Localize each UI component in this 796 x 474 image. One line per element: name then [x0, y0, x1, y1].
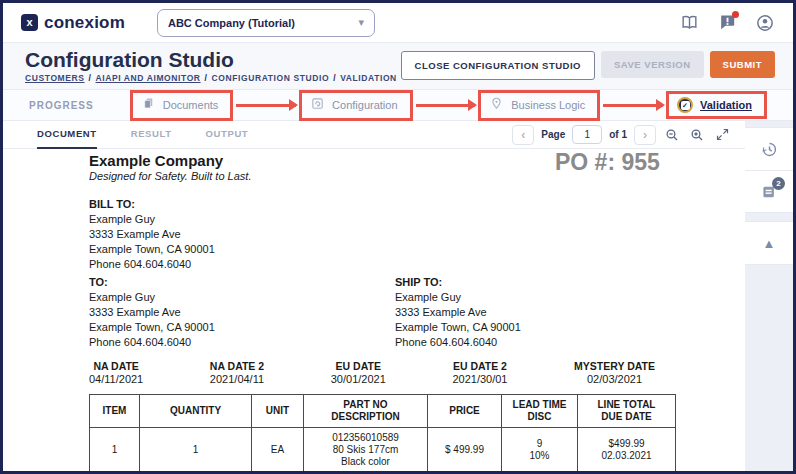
rail-card-bottom: ▲: [745, 221, 793, 265]
col-lead-time-disc: LEAD TIME DISC: [502, 395, 578, 428]
breadcrumb-separator: /: [205, 73, 208, 83]
breadcrumb-separator: /: [333, 73, 336, 83]
chevron-left-icon: ‹: [521, 128, 525, 142]
close-configuration-studio-button[interactable]: CLOSE CONFIGURATION STUDIO: [401, 51, 595, 80]
doc-date-value: 30/01/2021: [331, 373, 386, 386]
rail-card-top: 2: [745, 127, 793, 213]
progress-label: PROGRESS: [29, 100, 94, 111]
cell-line-total-due-date: $499.99 02.03.2021: [578, 428, 676, 472]
conexiom-logo: x conexiom: [21, 13, 125, 33]
doc-date-value: 2021/04/11: [210, 373, 264, 386]
doc-line-items-table: ITEM QUANTITY UNIT PART NO DESCRIPTION P…: [89, 394, 676, 471]
tab-output[interactable]: OUTPUT: [206, 121, 249, 149]
doc-ship-to-label: SHIP TO:: [395, 275, 521, 290]
page-count-label: of 1: [609, 129, 627, 140]
breadcrumb-customers[interactable]: CUSTOMERS: [25, 73, 85, 83]
col-item: ITEM: [90, 395, 140, 428]
notification-dot: [732, 11, 739, 18]
doc-date-label: EU DATE 2: [452, 360, 507, 373]
col-unit: UNIT: [252, 395, 304, 428]
check-icon: ✓: [681, 101, 690, 110]
breadcrumb-separator: /: [89, 73, 92, 83]
progress-step-label: Business Logic: [511, 99, 585, 111]
doc-to-lines: Example Guy 3333 Example Ave Example Tow…: [89, 290, 215, 350]
cell-price: $ 499.99: [428, 428, 502, 472]
document-tabs-row: DOCUMENT RESULT OUTPUT ‹ Page of 1 ›: [3, 121, 745, 149]
progress-step-validation[interactable]: ✓ Validation: [666, 91, 767, 119]
doc-bill-to-lines: Example Guy 3333 Example Ave Example Tow…: [89, 212, 215, 272]
doc-date-value: 02/03/2021: [574, 373, 655, 386]
doc-date-label: MYSTERY DATE: [574, 360, 655, 373]
cell-lead-time-disc: 9 10%: [502, 428, 578, 472]
cell-quantity: 1: [140, 428, 252, 472]
doc-date-label: NA DATE: [89, 360, 143, 373]
doc-date-value: 04/11/2021: [89, 373, 143, 386]
docs-book-icon[interactable]: [679, 13, 699, 33]
company-selector-value: ABC Company (Tutorial): [168, 17, 358, 29]
page-title: Configuration Studio: [25, 47, 397, 72]
fullscreen-icon[interactable]: [713, 126, 731, 144]
progress-step-label: Configuration: [332, 99, 397, 111]
progress-step-label: Validation: [700, 99, 752, 111]
content-area: DOCUMENT RESULT OUTPUT ‹ Page of 1 ›: [3, 121, 793, 471]
page-number-input[interactable]: [572, 125, 602, 144]
progress-step-documents[interactable]: Documents: [130, 90, 234, 121]
feedback-icon[interactable]: [717, 13, 737, 33]
notes-count-badge: 2: [772, 177, 785, 190]
doc-bill-to-block: BILL TO: Example Guy 3333 Example Ave Ex…: [89, 197, 215, 272]
progress-step-business-logic[interactable]: Business Logic: [478, 90, 600, 121]
previous-page-button[interactable]: ‹: [512, 125, 534, 145]
progress-arrow: [416, 104, 476, 107]
main-panel: DOCUMENT RESULT OUTPUT ‹ Page of 1 ›: [3, 121, 745, 471]
zoom-in-icon[interactable]: [688, 126, 706, 144]
doc-ship-to-lines: Example Guy 3333 Example Ave Example Tow…: [395, 290, 521, 350]
account-icon[interactable]: [755, 13, 775, 33]
doc-dates-row: NA DATE 04/11/2021 NA DATE 2 2021/04/11 …: [89, 360, 655, 386]
documents-icon: [141, 96, 156, 115]
tab-result[interactable]: RESULT: [131, 121, 172, 149]
right-rail: 2 ▲: [745, 121, 793, 471]
collapse-panel-button[interactable]: ▲: [745, 222, 793, 264]
col-line-total-due-date: LINE TOTAL DUE DATE: [578, 395, 676, 428]
save-version-button[interactable]: SAVE VERSION: [601, 51, 704, 78]
doc-date-label: NA DATE 2: [210, 360, 264, 373]
doc-ship-to-block: SHIP TO: Example Guy 3333 Example Ave Ex…: [395, 275, 521, 350]
progress-bar: PROGRESS Documents Configuration: [3, 89, 793, 121]
doc-tagline: Designed for Safety. Built to Last.: [89, 170, 251, 182]
breadcrumb: CUSTOMERS/AIAPI AND AIMONITOR/CONFIGURAT…: [25, 73, 397, 83]
progress-step-configuration[interactable]: Configuration: [299, 90, 412, 121]
cell-item: 1: [90, 428, 140, 472]
configuration-icon: [310, 96, 325, 115]
doc-date-eu2: EU DATE 2 2021/30/01: [452, 360, 507, 386]
table-row: 1 1 EA 012356010589 80 Skis 177cm Black …: [90, 428, 676, 472]
company-selector[interactable]: ABC Company (Tutorial) ▾: [157, 9, 375, 37]
next-page-button[interactable]: ›: [634, 125, 656, 145]
version-history-button[interactable]: [745, 128, 793, 170]
top-bar: x conexiom ABC Company (Tutorial) ▾: [3, 3, 793, 43]
doc-po-number: PO #: 955: [555, 149, 660, 176]
progress-step-label: Documents: [163, 99, 219, 111]
doc-company-name: Example Company: [89, 152, 223, 169]
doc-date-na2: NA DATE 2 2021/04/11: [210, 360, 264, 386]
doc-bill-to-label: BILL TO:: [89, 197, 215, 212]
document-viewer[interactable]: Example Company Designed for Safety. Bui…: [3, 149, 745, 471]
tab-document[interactable]: DOCUMENT: [37, 121, 97, 149]
progress-arrow: [236, 104, 296, 107]
business-logic-pin-icon: [489, 96, 504, 115]
zoom-out-icon[interactable]: [663, 126, 681, 144]
breadcrumb-customer-name[interactable]: AIAPI AND AIMONITOR: [96, 73, 201, 83]
progress-arrow: [603, 104, 663, 107]
doc-to-block: TO: Example Guy 3333 Example Ave Example…: [89, 275, 215, 350]
app-window: x conexiom ABC Company (Tutorial) ▾: [0, 0, 796, 474]
breadcrumb-configuration-studio: CONFIGURATION STUDIO: [212, 73, 330, 83]
cell-unit: EA: [252, 428, 304, 472]
notes-button[interactable]: 2: [745, 170, 793, 212]
table-header-row: ITEM QUANTITY UNIT PART NO DESCRIPTION P…: [90, 395, 676, 428]
conexiom-logo-icon: x: [21, 14, 38, 31]
doc-date-label: EU DATE: [331, 360, 386, 373]
chevron-down-icon: ▾: [358, 16, 364, 29]
submit-button[interactable]: SUBMIT: [710, 51, 775, 78]
col-part-no-description: PART NO DESCRIPTION: [304, 395, 428, 428]
page-header: Configuration Studio CUSTOMERS/AIAPI AND…: [3, 43, 793, 89]
col-quantity: QUANTITY: [140, 395, 252, 428]
